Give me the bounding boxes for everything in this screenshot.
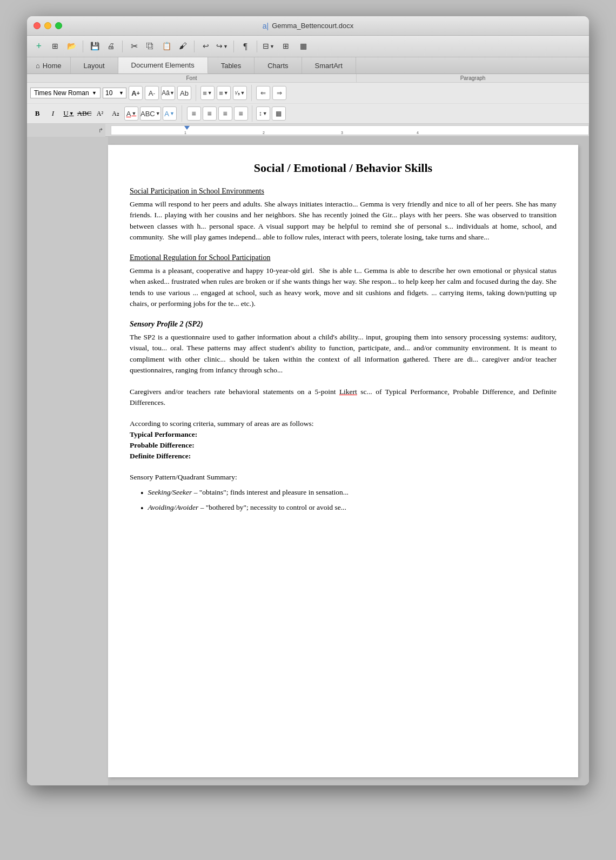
toolbar-edit-group: ✂ ⿻ 📋 🖌 xyxy=(126,39,190,54)
increase-indent-button[interactable]: ⇒ xyxy=(272,86,286,100)
superscript-button[interactable]: A² xyxy=(93,106,107,121)
sep1 xyxy=(83,41,83,52)
section-sensory-pattern: Sensory Pattern/Quadrant Summary: Seekin… xyxy=(130,472,557,515)
font-increase-button[interactable]: A+ xyxy=(129,86,143,100)
text-effect-dropdown[interactable]: A▼ xyxy=(163,106,177,121)
subscript-button[interactable]: A₂ xyxy=(109,106,123,121)
sep2 xyxy=(122,41,123,52)
tab-smartart[interactable]: SmartArt xyxy=(302,57,356,74)
ribbon-sep1 xyxy=(196,85,196,101)
multilevel-button[interactable]: ¹⁄₃▼ xyxy=(233,86,247,100)
document-title: Social / Emotional / Behavior Skills xyxy=(130,161,557,175)
justify-button[interactable]: ≡ xyxy=(234,106,248,121)
tab-home[interactable]: ⌂ Home xyxy=(27,57,71,74)
font-section-label: Font xyxy=(27,74,357,82)
view-button[interactable]: ⊟▼ xyxy=(261,39,276,54)
home-icon: ⌂ xyxy=(36,62,40,70)
definite-difference-label: Definite Difference: xyxy=(130,451,557,462)
ruler-mark-2: 2 xyxy=(263,131,265,135)
bullet-seeking: Seeking/Seeker – "obtains"; finds intere… xyxy=(140,487,557,500)
section-body-2: Gemma is a pleasant, cooperative and hap… xyxy=(130,265,557,309)
ribbon-sep3 xyxy=(182,105,182,122)
align-right-button[interactable]: ≡ xyxy=(218,106,232,121)
section-heading-2: Emotional Regulation for School Particip… xyxy=(130,254,557,262)
pilcrow-button[interactable]: ¶ xyxy=(238,39,253,54)
cut-button[interactable]: ✂ xyxy=(126,39,142,54)
main-window: a| Gemma_Bettencourt.docx + ⊞ 📂 💾 🖨 ✂ ⿻ … xyxy=(27,16,589,785)
paste-button[interactable]: 📋 xyxy=(159,39,174,54)
paragraph-section-label: Paragraph xyxy=(357,74,589,82)
new-button[interactable]: + xyxy=(31,39,46,54)
ribbon: Font Paragraph Times New Roman ▼ 10 ▼ A+… xyxy=(27,74,589,124)
doc-icon: a| xyxy=(263,22,269,30)
avoiding-term: Avoiding/Avoider xyxy=(148,503,199,511)
underline-dropdown[interactable]: U▼ xyxy=(62,106,76,121)
tab-document-elements[interactable]: Document Elements xyxy=(118,57,208,74)
open-button[interactable]: 📂 xyxy=(64,39,79,54)
paint-button[interactable]: 🖌 xyxy=(175,39,190,54)
typical-performance-label: Typical Performance: xyxy=(130,429,557,440)
font-decrease-button[interactable]: A- xyxy=(145,86,159,100)
toolbar: + ⊞ 📂 💾 🖨 ✂ ⿻ 📋 🖌 ↩ ↪▼ ¶ ⊟▼ ⊞ ▦ xyxy=(27,36,589,57)
toolbar-new-group: + ⊞ 📂 xyxy=(31,39,79,54)
bullet-list: Seeking/Seeker – "obtains"; finds intere… xyxy=(140,487,557,515)
copy-button[interactable]: ⿻ xyxy=(143,39,158,54)
ruler-mark-1: 1 xyxy=(184,131,186,135)
font-size-dropdown[interactable]: 10 ▼ xyxy=(103,88,126,98)
ruler-mark-4: 4 xyxy=(417,131,419,135)
para-likert: Caregivers and/or teachers rate behavior… xyxy=(130,386,557,409)
print-button[interactable]: 🖨 xyxy=(103,39,118,54)
decrease-indent-button[interactable]: ⇐ xyxy=(256,86,270,100)
line-spacing-dropdown[interactable]: ↕▼ xyxy=(256,106,270,121)
ruler-tab-marker[interactable] xyxy=(184,126,190,130)
ruler-corner: ↱ xyxy=(27,124,105,137)
traffic-lights xyxy=(34,22,62,29)
ruler-mark-3: 3 xyxy=(341,131,343,135)
toolbar-undo-group: ↩ ↪▼ xyxy=(198,39,230,54)
numbering-button[interactable]: ≡▼ xyxy=(217,86,231,100)
highlight-dropdown[interactable]: ABC▼ xyxy=(140,106,161,121)
undo-button[interactable]: ↩ xyxy=(198,39,213,54)
italic-button[interactable]: I xyxy=(46,106,60,121)
section-emotional-regulation: Emotional Regulation for School Particip… xyxy=(130,254,557,309)
align-left-button[interactable]: ≡ xyxy=(187,106,201,121)
close-button[interactable] xyxy=(34,22,41,29)
sep4 xyxy=(233,41,234,52)
ribbon-sep4 xyxy=(252,105,252,122)
table-icon[interactable]: ⊞ xyxy=(278,39,293,54)
font-color-dropdown[interactable]: A▼ xyxy=(124,106,138,121)
maximize-button[interactable] xyxy=(55,22,62,29)
tab-charts[interactable]: Charts xyxy=(255,57,302,74)
font-name-dropdown[interactable]: Times New Roman ▼ xyxy=(30,88,101,98)
tab-layout[interactable]: Layout xyxy=(71,57,118,74)
bullets-button[interactable]: ≡▼ xyxy=(200,86,215,100)
sep5 xyxy=(257,41,257,52)
ribbon-sep2 xyxy=(251,85,252,101)
align-center-button[interactable]: ≡ xyxy=(203,106,217,121)
sensory-pattern-heading: Sensory Pattern/Quadrant Summary: xyxy=(130,472,557,483)
ruler: ↱ 1 2 3 4 xyxy=(27,124,589,137)
dropdown-arrow: ▼ xyxy=(92,90,97,96)
shading-button[interactable]: ▦ xyxy=(272,106,286,121)
nav-tabs: ⌂ Home Layout Document Elements Tables C… xyxy=(27,57,589,74)
sep3 xyxy=(194,41,195,52)
section-heading-1: Social Participation in School Environme… xyxy=(130,187,557,196)
save-button[interactable]: 💾 xyxy=(87,39,102,54)
bullet-avoiding: Avoiding/Avoider – "bothered by"; necess… xyxy=(140,502,557,515)
section-sensory-profile: Sensory Profile 2 (SP2) The SP2 is a que… xyxy=(130,320,557,376)
document-page[interactable]: Social / Emotional / Behavior Skills Soc… xyxy=(108,145,578,777)
section-heading-3: Sensory Profile 2 (SP2) xyxy=(130,320,557,329)
size-arrow: ▼ xyxy=(119,90,124,96)
content-area: Social / Emotional / Behavior Skills Soc… xyxy=(27,137,589,785)
redo-dropdown[interactable]: ↪▼ xyxy=(215,39,230,54)
ruler-inner: 1 2 3 4 xyxy=(111,125,589,135)
tab-tables[interactable]: Tables xyxy=(208,57,255,74)
clear-format-button[interactable]: Ab xyxy=(177,86,191,100)
minimize-button[interactable] xyxy=(44,22,51,29)
grid-button[interactable]: ⊞ xyxy=(48,39,63,54)
section-social-participation: Social Participation in School Environme… xyxy=(130,187,557,243)
bold-button[interactable]: B xyxy=(30,106,44,121)
font-case-button[interactable]: Aâ▼ xyxy=(161,86,175,100)
strikethrough-button[interactable]: ABC xyxy=(77,106,91,121)
sidebar-icon[interactable]: ▦ xyxy=(296,39,311,54)
